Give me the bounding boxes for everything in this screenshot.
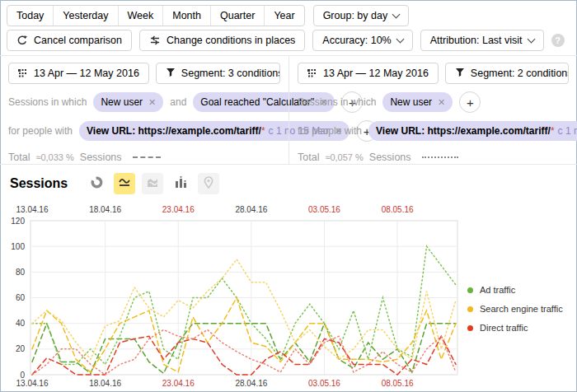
y-axis-tick-label: 40 [16, 319, 26, 328]
legend-dot-red [467, 325, 473, 331]
period-toolbar: Today Yesterday Week Month Quarter Year … [7, 5, 570, 26]
swap-arrows-icon [149, 35, 161, 45]
chip-url-star: * [551, 125, 555, 137]
group-by-dropdown[interactable]: Group: by day [313, 5, 410, 26]
total-label-a: Total [8, 152, 30, 163]
x-axis-bottom-label: 13.04.16 [16, 379, 49, 388]
dotted-line-sample [422, 156, 458, 158]
chevron-down-icon [396, 35, 404, 44]
date-range-button-b[interactable]: 13 Apr — 12 May 2016 [298, 63, 439, 84]
legend-item-ad-traffic[interactable]: Ad traffic [467, 285, 575, 295]
segment-label-a: Segment: 3 conditions [181, 68, 280, 79]
x-axis-top-label: 03.05.16 [308, 205, 340, 214]
dashed-line-sample [133, 156, 161, 158]
accuracy-dropdown[interactable]: Accuracy: 10% [312, 30, 412, 51]
chip-label: New user [390, 96, 432, 108]
refresh-circular-arrow-icon [16, 35, 28, 46]
total-row-b: Total ≈0,057 % Sessions [298, 152, 569, 163]
attribution-dropdown[interactable]: Attribution: Last visit [420, 30, 544, 51]
period-week[interactable]: Week [118, 6, 163, 26]
period-button-group: Today Yesterday Week Month Quarter Year [7, 5, 305, 26]
attribution-label: Attribution: Last visit [430, 35, 523, 46]
x-axis-top-label: 08.05.16 [382, 205, 414, 214]
total-value-a: ≈0,033 % [35, 152, 73, 162]
comparison-toolbar: Cancel comparison Change conditions in p… [7, 30, 570, 51]
date-range-label-b: 13 Apr — 12 May 2016 [323, 68, 429, 79]
date-range-label-a: 13 Apr — 12 May 2016 [34, 68, 139, 79]
y-axis-tick-label: 100 [11, 242, 25, 251]
chart-type-pie-button[interactable] [86, 173, 107, 194]
condition-chip-view-url-b[interactable]: View URL: https://example.com/tariff/* c… [368, 121, 577, 141]
segment-comparison-panels: 13 Apr — 12 May 2016 Segment: 3 conditio… [0, 55, 577, 165]
chart-title: Sessions [10, 176, 68, 191]
total-metric-b: Sessions [369, 152, 411, 163]
help-icon[interactable]: ? [551, 34, 565, 47]
segment-panel-b: 13 Apr — 12 May 2016 Segment: 2 conditio… [288, 56, 577, 164]
chart-type-area-button[interactable] [142, 173, 163, 194]
segment-dropdown-a[interactable]: Segment: 3 conditions [157, 63, 280, 83]
condition-chip-new-user-b[interactable]: New user ✕ [382, 92, 453, 112]
close-icon[interactable]: ✕ [438, 97, 445, 108]
total-label-b: Total [298, 152, 319, 163]
x-axis-top-label: 18.04.16 [89, 205, 121, 214]
filter-funnel-icon [166, 68, 176, 80]
add-condition-button-b[interactable]: + [459, 91, 481, 113]
legend-label: Ad traffic [480, 285, 515, 295]
date-range-button-a[interactable]: 13 Apr — 12 May 2016 [8, 63, 149, 84]
chart-type-columns-button[interactable] [170, 173, 191, 194]
legend-dot-yellow [467, 306, 473, 312]
area-chart-icon [146, 176, 159, 191]
chevron-down-icon [527, 35, 535, 44]
chip-url-text: View URL: https://example.com/tariff/ [376, 125, 551, 137]
y-axis-tick-label: 120 [11, 217, 25, 226]
for-people-with-label-b: for people with [298, 125, 362, 137]
change-conditions-button[interactable]: Change conditions in places [139, 30, 305, 51]
legend-label: Direct traffic [480, 323, 528, 333]
x-axis-bottom-label: 03.05.16 [308, 379, 340, 388]
sessions-in-which-label-b: Sessions in which [298, 96, 376, 108]
map-pin-icon [203, 176, 214, 192]
period-yesterday[interactable]: Yesterday [53, 6, 117, 26]
y-axis-tick-label: 80 [16, 268, 26, 277]
legend-label: Search engine traffic [480, 304, 563, 314]
group-by-label: Group: by day [323, 10, 388, 21]
pie-chart-icon [91, 176, 103, 192]
period-quarter[interactable]: Quarter [210, 6, 264, 26]
segment-dropdown-b[interactable]: Segment: 2 conditions [446, 63, 569, 83]
period-today[interactable]: Today [7, 6, 53, 26]
period-year[interactable]: Year [264, 6, 303, 26]
condition-chip-new-user-a[interactable]: New user ✕ [93, 92, 163, 112]
x-axis-bottom-label: 23.04.16 [162, 379, 195, 388]
cancel-comparison-label: Cancel comparison [34, 35, 122, 46]
and-label: and [170, 96, 186, 108]
x-axis-top-label: 23.04.16 [162, 205, 195, 214]
y-axis-tick-label: 20 [16, 344, 26, 353]
x-axis-bottom-label: 28.04.16 [235, 379, 267, 388]
chip-url-star: * [261, 125, 265, 137]
x-axis-bottom-label: 08.05.16 [382, 379, 414, 388]
x-axis-top-label: 28.04.16 [235, 205, 267, 214]
chip-url-text: View URL: https://example.com/tariff/ [87, 125, 261, 137]
y-axis-tick-label: 60 [16, 293, 26, 302]
total-metric-a: Sessions [80, 152, 122, 163]
total-row-a: Total ≈0,033 % Sessions [8, 152, 280, 163]
chart-type-line-button[interactable] [114, 173, 135, 194]
filter-funnel-icon [455, 68, 465, 80]
chart-header: Sessions [10, 173, 219, 194]
legend-item-direct-traffic[interactable]: Direct traffic [467, 323, 575, 333]
cancel-comparison-button[interactable]: Cancel comparison [7, 30, 132, 51]
legend-dot-green [467, 287, 473, 293]
x-axis-top-label: 13.04.16 [16, 205, 49, 214]
calendar-grid-icon [18, 68, 28, 78]
chart-type-map-button[interactable] [198, 173, 219, 194]
segment-control-b: Segment: 2 conditions ✕ [445, 63, 569, 84]
period-month[interactable]: Month [162, 6, 210, 26]
segment-control-a: Segment: 3 conditions ✕ [156, 63, 280, 84]
legend-item-search-engine-traffic[interactable]: Search engine traffic [467, 304, 575, 314]
for-people-with-label-a: for people with [8, 125, 73, 137]
line-chart-icon [118, 176, 131, 191]
sessions-in-which-label-a: Sessions in which [8, 96, 87, 108]
close-icon[interactable]: ✕ [148, 97, 156, 108]
segment-label-b: Segment: 2 conditions [471, 68, 569, 79]
chart-legend: Ad traffic Search engine traffic Direct … [467, 285, 575, 342]
